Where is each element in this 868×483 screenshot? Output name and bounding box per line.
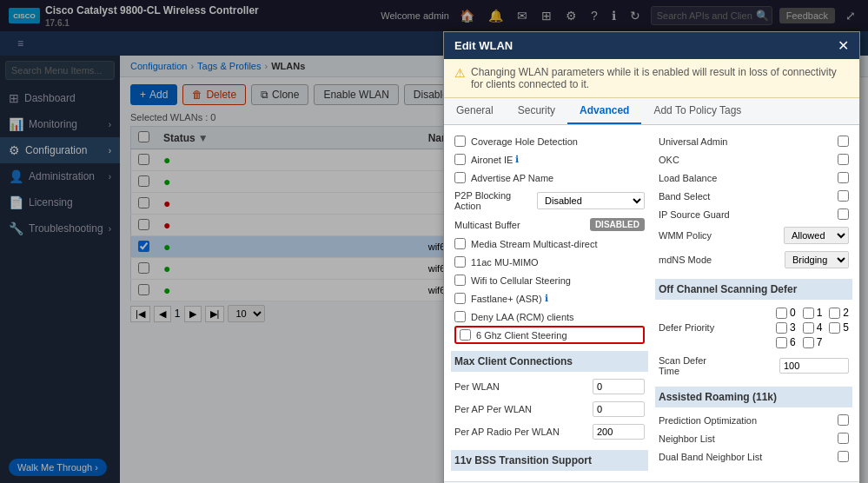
defer-6-label: 6 [790, 336, 796, 348]
advertise-ap-label: Advertise AP Name [471, 173, 645, 183]
ip-source-guard-label: IP Source Guard [659, 209, 832, 220]
scan-defer-time-label: Scan DeferTime [659, 355, 774, 376]
per-wlan-input[interactable] [593, 379, 645, 394]
prediction-opt-row: Prediction Optimization [659, 411, 849, 429]
multicast-buffer-toggle[interactable]: DISABLED [590, 218, 645, 231]
defer-item-4: 4 [803, 321, 823, 334]
load-balance-checkbox[interactable] [838, 172, 849, 183]
modal-header: Edit WLAN ✕ [444, 32, 859, 59]
per-ap-per-wlan-input[interactable] [593, 401, 645, 417]
defer-item-1: 1 [803, 307, 823, 319]
tab-add-to-policy[interactable]: Add To Policy Tags [641, 98, 753, 124]
defer-4-label: 4 [817, 321, 823, 334]
defer-priority-row: Defer Priority 0 1 [659, 303, 849, 352]
neighbor-list-checkbox[interactable] [838, 433, 849, 444]
band-select-row: Band Select [659, 187, 849, 205]
per-ap-radio-input[interactable] [593, 424, 645, 440]
defer-5-checkbox[interactable] [829, 322, 840, 334]
universal-admin-checkbox[interactable] [838, 136, 849, 147]
mdns-mode-label: mdNS Mode [659, 255, 779, 265]
modal-warning-text: Changing WLAN parameters while it is ena… [471, 66, 849, 90]
defer-item-5: 5 [829, 321, 849, 334]
multicast-buffer-label: Multicast Buffer [454, 220, 585, 230]
media-stream-checkbox[interactable] [454, 238, 466, 249]
advertise-ap-checkbox[interactable] [454, 172, 466, 183]
defer-1-checkbox[interactable] [803, 308, 814, 319]
wmm-policy-select[interactable]: Allowed Disabled Required [784, 227, 849, 244]
max-client-header: Max Client Connections [451, 351, 648, 372]
6ghz-steering-checkbox[interactable] [460, 329, 471, 341]
fastlane-label: Fastlane+ (ASR) ℹ [471, 293, 645, 304]
p2p-blocking-select[interactable]: Disabled Drop Forward-UpStream [537, 192, 645, 209]
wmm-policy-label: WMM Policy [659, 230, 779, 241]
modal-tabs: General Security Advanced Add To Policy … [444, 98, 859, 125]
ip-source-guard-checkbox[interactable] [838, 208, 849, 220]
defer-priority-grid: 0 1 2 3 [776, 307, 849, 348]
okc-checkbox[interactable] [838, 154, 849, 165]
wmm-policy-row: WMM Policy Allowed Disabled Required [659, 223, 849, 248]
per-ap-per-wlan-row: Per AP Per WLAN [454, 398, 645, 420]
tab-advanced[interactable]: Advanced [567, 98, 641, 124]
modal-warning: ⚠ Changing WLAN parameters while it is e… [444, 59, 859, 98]
coverage-hole-checkbox[interactable] [454, 136, 466, 147]
coverage-hole-row: Coverage Hole Detection [454, 132, 645, 150]
dual-band-label: Dual Band Neighbor List [659, 452, 832, 462]
defer-5-label: 5 [843, 321, 849, 334]
fastlane-info-icon[interactable]: ℹ [545, 293, 548, 304]
modal-title: Edit WLAN [454, 39, 513, 52]
prediction-opt-label: Prediction Optimization [659, 415, 832, 426]
tab-security[interactable]: Security [506, 98, 567, 124]
off-channel-header-text: Off Channel Scanning Defer [659, 283, 797, 295]
p2p-blocking-row: P2P Blocking Action Disabled Drop Forwar… [454, 187, 645, 215]
assisted-roaming-header: Assisted Roaming (11k) [655, 387, 852, 407]
media-stream-label: Media Stream Multicast-direct [471, 239, 645, 249]
max-client-header-text: Max Client Connections [454, 355, 573, 367]
defer-7-checkbox[interactable] [803, 337, 814, 348]
wifi-cellular-checkbox[interactable] [454, 275, 466, 286]
11ac-mu-mimo-row: 11ac MU-MIMO [454, 253, 645, 271]
dual-band-checkbox[interactable] [838, 451, 849, 462]
right-column: Universal Admin OKC Load Balance Band Se… [659, 132, 849, 474]
bss-transition-header: 11v BSS Transition Support [451, 450, 648, 471]
defer-4-checkbox[interactable] [803, 322, 814, 334]
mdns-mode-select[interactable]: Bridging Gateway Drop [785, 251, 849, 268]
defer-6-checkbox[interactable] [776, 337, 787, 348]
ip-source-guard-row: IP Source Guard [659, 205, 849, 223]
modal-close-button[interactable]: ✕ [838, 37, 849, 54]
scan-defer-time-row: Scan DeferTime [659, 352, 849, 380]
aironet-ie-checkbox[interactable] [454, 154, 466, 165]
11ac-mu-mimo-label: 11ac MU-MIMO [471, 257, 645, 268]
left-column: Coverage Hole Detection Aironet IE ℹ Adv… [454, 132, 645, 474]
defer-priority-label: Defer Priority [659, 322, 771, 333]
defer-0-checkbox[interactable] [776, 308, 787, 319]
scan-defer-time-input[interactable] [779, 358, 849, 374]
deny-laa-checkbox[interactable] [454, 311, 466, 322]
deny-laa-row: Deny LAA (RCM) clients [454, 308, 645, 326]
warning-icon: ⚠ [454, 66, 466, 80]
multicast-buffer-row: Multicast Buffer DISABLED [454, 215, 645, 235]
fastlane-checkbox[interactable] [454, 293, 466, 304]
per-ap-radio-label: Per AP Radio Per WLAN [454, 427, 587, 437]
advertise-ap-row: Advertise AP Name [454, 169, 645, 187]
load-balance-row: Load Balance [659, 169, 849, 187]
dual-band-row: Dual Band Neighbor List [659, 447, 849, 466]
defer-3-checkbox[interactable] [776, 322, 787, 334]
11ac-mu-mimo-checkbox[interactable] [454, 256, 466, 268]
tab-general[interactable]: General [444, 98, 506, 124]
aironet-info-icon[interactable]: ℹ [515, 154, 519, 165]
defer-3-label: 3 [790, 321, 796, 334]
defer-item-7: 7 [803, 336, 823, 348]
band-select-checkbox[interactable] [838, 190, 849, 202]
defer-2-label: 2 [843, 307, 849, 319]
defer-2-checkbox[interactable] [829, 308, 840, 319]
6ghz-steering-row: 6 Ghz Client Steering [454, 326, 645, 344]
fastlane-row: Fastlane+ (ASR) ℹ [454, 289, 645, 308]
assisted-roaming-header-text: Assisted Roaming (11k) [659, 391, 777, 403]
modal-body: Coverage Hole Detection Aironet IE ℹ Adv… [444, 125, 859, 481]
per-wlan-label: Per WLAN [454, 381, 587, 392]
prediction-opt-checkbox[interactable] [838, 414, 849, 426]
deny-laa-label: Deny LAA (RCM) clients [471, 312, 645, 322]
okc-row: OKC [659, 150, 849, 169]
p2p-blocking-label: P2P Blocking Action [454, 190, 532, 211]
load-balance-label: Load Balance [659, 173, 832, 183]
